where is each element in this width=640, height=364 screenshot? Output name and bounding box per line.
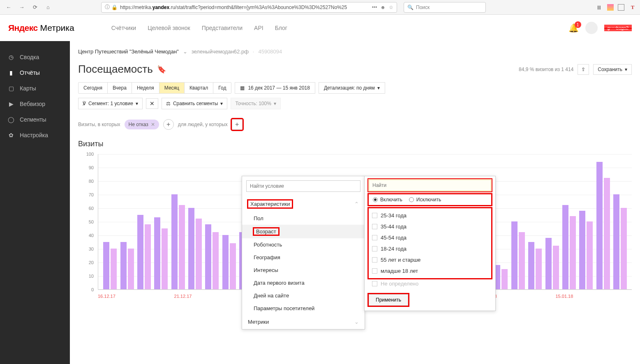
period-year[interactable]: Год [213, 83, 231, 93]
bar[interactable] [604, 178, 610, 289]
save-button[interactable]: Сохранить▾ [593, 64, 632, 75]
sub-robot[interactable]: Роботность [242, 238, 365, 251]
forward-button[interactable]: → [16, 2, 27, 13]
library-icon[interactable]: ⫼ [595, 3, 603, 12]
bar[interactable] [128, 249, 134, 289]
period-week[interactable]: Неделя [132, 83, 159, 93]
user-name[interactable]: g••••bags2 [604, 25, 632, 31]
bar[interactable] [613, 194, 619, 289]
bar[interactable] [536, 249, 542, 289]
reader-icon[interactable]: ☻ [380, 5, 386, 10]
home-button[interactable]: ⌂ [43, 2, 53, 13]
bar[interactable] [171, 194, 178, 289]
bar[interactable] [188, 208, 194, 289]
period-month[interactable]: Месяц [159, 83, 185, 93]
url-more-icon[interactable]: ••• [372, 5, 377, 10]
compare-segments-button[interactable]: ⚖ Сравнить сегменты ▾ [162, 98, 228, 109]
options-search-input[interactable] [369, 180, 491, 191]
ext-icon-1[interactable] [607, 4, 614, 11]
bar[interactable] [501, 269, 508, 290]
bar[interactable] [519, 232, 525, 289]
bar[interactable] [553, 246, 559, 289]
reload-button[interactable]: ⟳ [30, 2, 40, 13]
bar[interactable] [162, 228, 168, 290]
category-metrics[interactable]: Метрики ⌄ [242, 315, 365, 329]
bar[interactable] [528, 242, 534, 290]
bar[interactable] [596, 162, 603, 289]
avatar[interactable] [585, 22, 598, 34]
bar[interactable] [111, 249, 117, 289]
filter-chip-bounce[interactable]: Не отказ ✕ [125, 120, 159, 129]
notifications-icon[interactable]: 🔔1 [568, 23, 579, 33]
radio-include[interactable]: Включить [373, 197, 402, 203]
bar[interactable] [570, 216, 576, 289]
add-visit-condition-button[interactable]: + [163, 119, 174, 130]
bar[interactable] [222, 235, 229, 289]
nav-call[interactable]: Целевой звонок [148, 25, 190, 31]
bar[interactable] [179, 205, 185, 289]
sub-age[interactable]: Возраст [242, 225, 365, 238]
period-yesterday[interactable]: Вчера [108, 83, 132, 93]
bookmark-icon[interactable]: 🔖 [157, 65, 166, 74]
sidebar-item-summary[interactable]: ◷Сводка [0, 49, 70, 65]
opt-55plus[interactable]: 55 лет и старше [369, 254, 491, 265]
bar[interactable] [120, 242, 127, 290]
category-characteristics[interactable]: Характеристики ⌃ [242, 196, 365, 212]
segment-clear-button[interactable]: ✕ [146, 98, 158, 109]
sidebar-item-reports[interactable]: ▮Отчёты [0, 65, 70, 81]
opt-18-24[interactable]: 18-24 года [369, 243, 491, 254]
bar[interactable] [145, 224, 151, 289]
bar[interactable] [205, 224, 211, 289]
url-bar[interactable]: ⓘ 🔒 https://metrika.yandex.ru/stat/traff… [101, 2, 397, 13]
browser-search[interactable]: 🔍 Поиск [404, 2, 486, 13]
bar[interactable] [579, 211, 585, 289]
chip-remove-icon[interactable]: ✕ [151, 122, 155, 127]
precision-select[interactable]: Точность: 100% ▾ [231, 98, 280, 109]
bar[interactable] [137, 215, 143, 290]
logo[interactable]: Яндекс Метрика [8, 23, 74, 33]
bar[interactable] [154, 217, 160, 289]
nav-reps[interactable]: Представители [202, 25, 243, 31]
sidebar-item-segments[interactable]: ◯Сегменты [0, 112, 70, 127]
period-quarter[interactable]: Квартал [185, 83, 213, 93]
sub-firstvisit[interactable]: Дата первого визита [242, 276, 365, 289]
bookmark-star-icon[interactable]: ☆ [389, 5, 393, 10]
granularity-select[interactable]: Детализация: по дням ▾ [319, 82, 385, 94]
bar[interactable] [103, 242, 109, 290]
nav-api[interactable]: API [254, 25, 263, 31]
nav-blog[interactable]: Блог [275, 25, 287, 31]
bar[interactable] [545, 238, 552, 289]
bar[interactable] [587, 221, 593, 289]
chevron-down-icon[interactable]: ⌄ [183, 48, 187, 55]
add-people-condition-button[interactable]: + [232, 119, 243, 130]
sub-gender[interactable]: Пол [242, 212, 365, 225]
site-name[interactable]: Центр Путешествий "Зелёный Чемодан" [78, 48, 179, 55]
radio-exclude[interactable]: Исключить [409, 197, 441, 203]
bar[interactable] [213, 232, 219, 289]
nav-counters[interactable]: Счётчики [111, 25, 136, 31]
sub-days[interactable]: Дней на сайте [242, 289, 365, 302]
bar[interactable] [621, 208, 627, 289]
period-today[interactable]: Сегодня [79, 83, 108, 93]
ext-icon-2[interactable] [618, 4, 624, 11]
segment-button[interactable]: ℣ Сегмент: 1 условие ▾ [78, 98, 143, 109]
bar[interactable] [511, 221, 518, 289]
sub-geo[interactable]: География [242, 251, 365, 264]
sidebar-item-webvisor[interactable]: ▶Вебвизор [0, 96, 70, 112]
sub-params[interactable]: Параметры посетителей [242, 302, 365, 315]
opt-35-44[interactable]: 35-44 года [369, 221, 491, 232]
apply-button[interactable]: Применить [369, 294, 408, 306]
ext-icon-t[interactable]: T [628, 3, 637, 12]
back-button[interactable]: ← [3, 2, 14, 13]
bar[interactable] [230, 243, 236, 289]
sidebar-item-maps[interactable]: ▢Карты [0, 81, 70, 96]
opt-45-54[interactable]: 45-54 года [369, 232, 491, 243]
sub-interests[interactable]: Интересы [242, 264, 365, 276]
bar[interactable] [196, 219, 202, 289]
share-button[interactable]: ⇪ [578, 64, 589, 75]
bar[interactable] [562, 205, 568, 289]
condition-search-input[interactable] [246, 180, 360, 192]
opt-25-34[interactable]: 25-34 года [369, 210, 491, 221]
opt-under18[interactable]: младше 18 лет [369, 265, 491, 276]
date-range-picker[interactable]: ▦ 16 дек 2017 — 15 янв 2018 [235, 82, 315, 94]
